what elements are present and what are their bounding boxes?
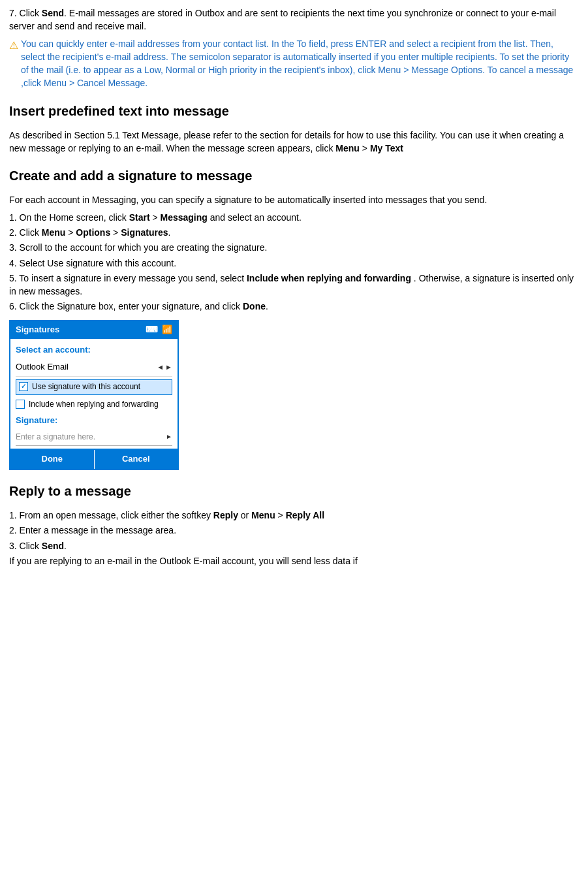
section-reply: Reply to a message 1. From an open messa… <box>9 482 579 567</box>
phone-titlebar: Signatures ⌨ 📶 <box>10 321 178 339</box>
warning-icon: ⚠ <box>9 38 18 53</box>
section1-heading: Insert predefined text into message <box>9 102 579 121</box>
checkbox-use-signature-box[interactable] <box>19 382 28 391</box>
checkbox-include-replying-label: Include when replying and forwarding <box>29 399 159 410</box>
section2-heading: Create and add a signature to message <box>9 167 579 185</box>
reply-step-3: 3. Click Send. <box>9 539 579 552</box>
arrow-left-icon: ◄ <box>157 362 164 373</box>
signature-input-row[interactable]: Enter a signature here. ► <box>16 429 172 446</box>
warning-text: You can quickly enter e-mail addresses f… <box>21 37 579 90</box>
section1-sep: > <box>360 143 370 153</box>
step7-prefix: 7. Click <box>9 8 42 18</box>
section2-intro: For each account in Messaging, you can s… <box>9 193 579 206</box>
step7-bold: Send <box>42 8 64 18</box>
phone-footer: Done Cancel <box>10 449 178 469</box>
done-button[interactable]: Done <box>10 450 94 469</box>
reply-step-4: If you are replying to an e-mail in the … <box>9 554 579 567</box>
section3-heading: Reply to a message <box>9 482 579 501</box>
section1-menu-bold: Menu <box>335 143 360 153</box>
warning-block: ⚠ You can quickly enter e-mail addresses… <box>9 37 579 90</box>
step-5: 5. To insert a signature in every messag… <box>9 272 579 298</box>
checkbox-use-signature-label: Use signature with this account <box>32 381 140 392</box>
section1-body-text: As described in Section 5.1 Text Message… <box>9 130 564 153</box>
signature-arrow-icon: ► <box>166 432 172 442</box>
checkbox-include-replying-row[interactable]: Include when replying and forwarding <box>16 397 172 412</box>
phone-screenshot: Signatures ⌨ 📶 Select an account: Outloo… <box>9 320 179 470</box>
step7-rest: . E-mail messages are stored in Outbox a… <box>9 8 556 31</box>
phone-titlebar-icons: ⌨ 📶 <box>146 324 172 336</box>
checkbox-include-replying-box[interactable] <box>16 400 25 409</box>
account-row[interactable]: Outlook Email ◄ ► <box>16 358 172 377</box>
arrow-right-icon: ► <box>165 362 172 373</box>
reply-step-2: 2. Enter a message in the message area. <box>9 524 579 537</box>
section-signature: Create and add a signature to message Fo… <box>9 167 579 470</box>
step-4: 4. Select Use signature with this accoun… <box>9 257 579 270</box>
checkbox-use-signature-row[interactable]: Use signature with this account <box>16 379 172 394</box>
intro-paragraph: 7. Click Send. E-mail messages are store… <box>9 7 579 90</box>
select-account-label: Select an account: <box>16 344 172 357</box>
step7-text: 7. Click Send. E-mail messages are store… <box>9 7 579 33</box>
section1-body: As described in Section 5.1 Text Message… <box>9 129 579 155</box>
section2-steps: 1. On the Home screen, click Start > Mes… <box>9 211 579 313</box>
signature-placeholder: Enter a signature here. <box>16 432 95 443</box>
section-predefined-text: Insert predefined text into message As d… <box>9 102 579 155</box>
account-arrows: ◄ ► <box>157 362 172 373</box>
keyboard-icon: ⌨ <box>146 324 158 336</box>
signal-icon: 📶 <box>162 324 172 336</box>
section1-mytext-bold: My Text <box>370 143 403 153</box>
account-name: Outlook Email <box>16 361 69 374</box>
reply-step-1: 1. From an open message, click either th… <box>9 509 579 522</box>
step-2: 2. Click Menu > Options > Signatures. <box>9 226 579 239</box>
phone-title: Signatures <box>16 324 59 336</box>
step-6: 6. Click the Signature box, enter your s… <box>9 300 579 313</box>
step-1: 1. On the Home screen, click Start > Mes… <box>9 211 579 224</box>
cancel-button[interactable]: Cancel <box>95 450 178 469</box>
signature-section-label: Signature: <box>16 415 172 427</box>
step-3: 3. Scroll to the account for which you a… <box>9 241 579 254</box>
section3-steps: 1. From an open message, click either th… <box>9 509 579 567</box>
phone-body: Select an account: Outlook Email ◄ ► Use… <box>10 339 178 447</box>
